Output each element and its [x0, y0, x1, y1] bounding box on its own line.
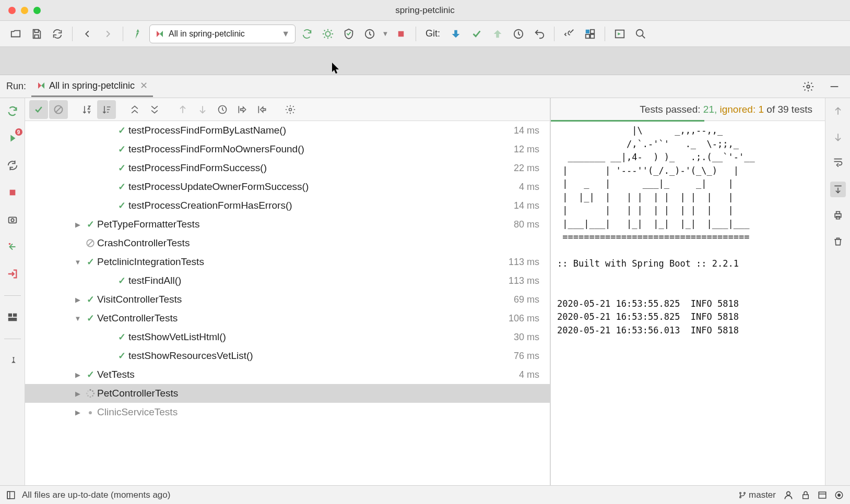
save-all-icon[interactable]	[27, 25, 46, 43]
test-status-icon	[84, 238, 97, 248]
run-configuration-selector[interactable]: All in spring-petclinic ▼	[149, 25, 296, 43]
vcs-push-icon[interactable]	[488, 25, 507, 43]
tree-disclosure-icon[interactable]: ▼	[72, 315, 84, 322]
test-tree-row[interactable]: ✓testShowResourcesVetList()76 ms	[25, 346, 550, 365]
lock-icon[interactable]	[801, 490, 810, 500]
build-icon[interactable]	[128, 25, 147, 43]
test-tree-row[interactable]: ✓testShowVetListHtml()30 ms	[25, 328, 550, 346]
search-everywhere-icon[interactable]	[631, 25, 650, 43]
svg-point-0	[325, 31, 330, 36]
console-output[interactable]: |\ _,,,--,,_ /,`.-'`' ._ \-;;,_ _______ …	[551, 121, 825, 485]
ignored-count: 1	[758, 104, 764, 115]
test-tree-row[interactable]: ▶✓VetTests4 ms	[25, 365, 550, 384]
zoom-window-button[interactable]	[33, 7, 41, 14]
import-tests-icon[interactable]	[233, 100, 252, 119]
test-tree-row[interactable]: CrashControllerTests	[25, 234, 550, 253]
test-tree-row[interactable]: ✓testProcessFindFormNoOwnersFound()12 ms	[25, 140, 550, 159]
hector-icon[interactable]	[783, 490, 794, 500]
test-tree-row[interactable]: ✓testProcessFindFormSuccess()22 ms	[25, 159, 550, 177]
tree-disclosure-icon[interactable]: ▶	[72, 390, 84, 398]
vcs-commit-icon[interactable]	[467, 25, 486, 43]
tree-disclosure-icon[interactable]: ▶	[72, 296, 84, 304]
test-tree-row[interactable]: ▶PetControllerTests	[25, 384, 550, 403]
test-tree-row[interactable]: ▶✓VisitControllerTests69 ms	[25, 290, 550, 309]
git-branch-widget[interactable]: master	[738, 490, 776, 500]
test-duration: 22 ms	[514, 163, 539, 174]
export-tests-icon[interactable]	[253, 100, 271, 119]
vcs-rollback-icon[interactable]	[530, 25, 549, 43]
scroll-down-icon[interactable]	[830, 129, 846, 145]
background-tasks-icon[interactable]	[818, 490, 827, 500]
profile-icon[interactable]	[360, 25, 379, 43]
test-settings-icon[interactable]	[281, 100, 300, 119]
stop-tests-icon[interactable]	[5, 185, 20, 200]
clear-all-icon[interactable]	[830, 234, 846, 249]
tree-disclosure-icon[interactable]: ▶	[72, 221, 84, 229]
tree-disclosure-icon[interactable]: ▶	[72, 409, 84, 416]
sort-alphabetically-icon[interactable]	[77, 100, 96, 119]
coverage-icon[interactable]	[339, 25, 358, 43]
run-button-icon[interactable]	[298, 25, 316, 43]
git-label: Git:	[426, 28, 440, 39]
svg-rect-15	[8, 314, 11, 317]
print-icon[interactable]	[830, 208, 846, 223]
test-tree-row[interactable]: ▼✓VetControllerTests106 ms	[25, 309, 550, 328]
sort-by-duration-icon[interactable]	[97, 100, 116, 119]
previous-failed-icon[interactable]	[173, 100, 192, 119]
debug-icon[interactable]	[318, 25, 337, 43]
run-tab[interactable]: All in spring-petclinic ✕	[31, 76, 153, 97]
test-tree-row[interactable]: ✓testProcessCreationFormHasErrors()14 ms	[25, 196, 550, 215]
main-toolbar: All in spring-petclinic ▼ ▼ Git:	[0, 21, 850, 47]
test-tree-row[interactable]: ▶✓PetTypeFormatterTests80 ms	[25, 215, 550, 234]
collapse-all-icon[interactable]	[145, 100, 164, 119]
memory-indicator-icon[interactable]	[834, 490, 844, 500]
minimize-window-button[interactable]	[21, 7, 28, 14]
test-status-icon: ✓	[84, 219, 97, 230]
back-icon[interactable]	[78, 25, 97, 43]
scroll-to-end-icon[interactable]	[830, 182, 846, 197]
project-structure-icon[interactable]	[581, 25, 599, 43]
test-tree[interactable]: ✓testProcessFindFormByLastName()14 ms✓te…	[25, 121, 550, 485]
tool-window-settings-icon[interactable]	[799, 77, 818, 96]
vcs-history-icon[interactable]	[509, 25, 528, 43]
restore-layout-icon[interactable]	[5, 239, 20, 255]
svg-point-37	[740, 496, 741, 498]
pin-icon[interactable]	[5, 353, 20, 368]
open-icon[interactable]	[6, 25, 25, 43]
sync-icon[interactable]	[48, 25, 67, 43]
close-tab-icon[interactable]: ✕	[140, 80, 148, 91]
vcs-update-icon[interactable]	[446, 25, 465, 43]
test-tree-row[interactable]: ✓testProcessUpdateOwnerFormSuccess()4 ms	[25, 177, 550, 196]
rerun-failed-icon[interactable]: 9	[5, 130, 20, 146]
test-tree-row[interactable]: ▼✓PetclinicIntegrationTests113 ms	[25, 253, 550, 271]
rerun-icon[interactable]	[5, 103, 20, 119]
soft-wrap-icon[interactable]	[830, 155, 846, 171]
test-tree-row[interactable]: ✓testFindAll()113 ms	[25, 271, 550, 290]
run-anything-icon[interactable]	[610, 25, 629, 43]
tree-disclosure-icon[interactable]: ▼	[72, 258, 84, 266]
exit-icon[interactable]	[5, 266, 20, 282]
stop-button-icon[interactable]	[392, 25, 410, 43]
scroll-up-icon[interactable]	[830, 103, 846, 119]
show-ignored-icon[interactable]	[49, 100, 68, 119]
settings-icon[interactable]	[560, 25, 579, 43]
next-failed-icon[interactable]	[193, 100, 212, 119]
toggle-auto-test-icon[interactable]	[5, 158, 20, 173]
test-status-icon: ✓	[115, 331, 128, 343]
svg-point-29	[87, 390, 89, 392]
layout-icon[interactable]	[5, 309, 20, 325]
profile-dropdown-icon[interactable]: ▼	[381, 25, 389, 43]
chevron-down-icon: ▼	[281, 29, 290, 39]
tree-disclosure-icon[interactable]: ▶	[72, 371, 84, 379]
test-tree-row[interactable]: ✓testProcessFindFormByLastName()14 ms	[25, 121, 550, 140]
test-tree-row[interactable]: ▶●ClinicServiceTests	[25, 403, 550, 422]
dump-threads-icon[interactable]	[5, 212, 20, 227]
forward-icon[interactable]	[99, 25, 117, 43]
tool-windows-toggle-icon[interactable]	[6, 490, 16, 500]
test-duration: 76 ms	[514, 351, 539, 362]
test-history-icon[interactable]	[213, 100, 232, 119]
close-window-button[interactable]	[8, 7, 16, 14]
show-passed-icon[interactable]	[29, 100, 48, 119]
hide-tool-window-icon[interactable]	[825, 77, 844, 96]
expand-all-icon[interactable]	[125, 100, 144, 119]
